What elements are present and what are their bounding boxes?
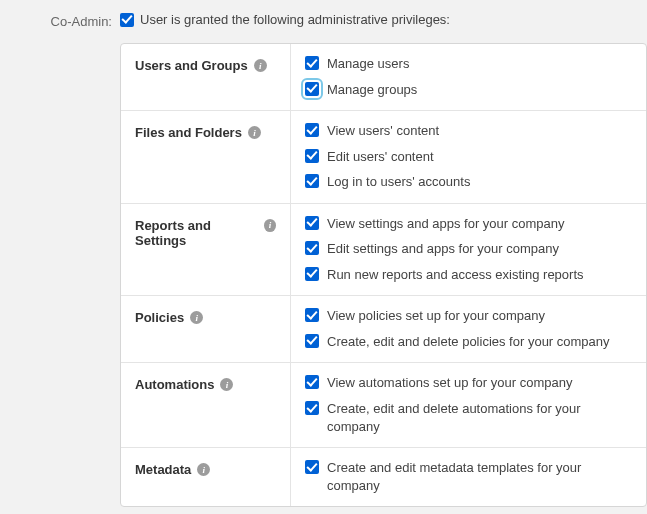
section-reports-settings: Reports and SettingsiView settings and a… — [121, 204, 646, 297]
label-view-content: View users' content — [327, 122, 439, 140]
section-users-groups: Users and GroupsiManage usersManage grou… — [121, 44, 646, 111]
info-icon[interactable]: i — [190, 311, 203, 324]
option-run-reports: Run new reports and access existing repo… — [305, 267, 632, 284]
label-edit-content: Edit users' content — [327, 148, 434, 166]
checkbox-manage-users[interactable] — [305, 56, 319, 70]
section-title-metadata: Metadatai — [121, 448, 291, 506]
section-title-text: Policies — [135, 310, 184, 325]
checkbox-manage-groups[interactable] — [305, 82, 319, 96]
option-view-content: View users' content — [305, 123, 632, 140]
info-icon[interactable]: i — [197, 463, 210, 476]
label-manage-groups: Manage groups — [327, 81, 417, 99]
section-policies: PoliciesiView policies set up for your c… — [121, 296, 646, 363]
option-view-policies: View policies set up for your company — [305, 308, 632, 325]
option-view-settings: View settings and apps for your company — [305, 216, 632, 233]
section-title-text: Metadata — [135, 462, 191, 477]
section-title-users-groups: Users and Groupsi — [121, 44, 291, 110]
master-label: User is granted the following administra… — [140, 12, 450, 27]
section-options-reports-settings: View settings and apps for your companyE… — [291, 204, 646, 296]
co-admin-row: Co-Admin: User is granted the following … — [20, 12, 627, 29]
section-title-text: Reports and Settings — [135, 218, 258, 248]
checkbox-edit-policies[interactable] — [305, 334, 319, 348]
label-manage-users: Manage users — [327, 55, 409, 73]
option-login-accounts: Log in to users' accounts — [305, 174, 632, 191]
checkbox-view-automations[interactable] — [305, 375, 319, 389]
section-options-policies: View policies set up for your companyCre… — [291, 296, 646, 362]
label-login-accounts: Log in to users' accounts — [327, 173, 470, 191]
label-edit-policies: Create, edit and delete policies for you… — [327, 333, 610, 351]
option-edit-content: Edit users' content — [305, 149, 632, 166]
info-icon[interactable]: i — [220, 378, 233, 391]
info-icon[interactable]: i — [264, 219, 276, 232]
checkbox-view-content[interactable] — [305, 123, 319, 137]
section-title-reports-settings: Reports and Settingsi — [121, 204, 291, 296]
checkbox-run-reports[interactable] — [305, 267, 319, 281]
co-admin-checkbox[interactable] — [120, 13, 134, 27]
option-manage-groups: Manage groups — [305, 82, 632, 99]
checkbox-edit-metadata[interactable] — [305, 460, 319, 474]
section-options-users-groups: Manage usersManage groups — [291, 44, 646, 110]
info-icon[interactable]: i — [248, 126, 261, 139]
label-view-settings: View settings and apps for your company — [327, 215, 565, 233]
section-title-text: Users and Groups — [135, 58, 248, 73]
checkbox-edit-automations[interactable] — [305, 401, 319, 415]
checkbox-login-accounts[interactable] — [305, 174, 319, 188]
section-title-automations: Automationsi — [121, 363, 291, 447]
section-title-text: Automations — [135, 377, 214, 392]
label-edit-metadata: Create and edit metadata templates for y… — [327, 459, 632, 494]
checkbox-view-policies[interactable] — [305, 308, 319, 322]
master-checkbox-wrap: User is granted the following administra… — [120, 12, 450, 27]
label-run-reports: Run new reports and access existing repo… — [327, 266, 584, 284]
checkbox-view-settings[interactable] — [305, 216, 319, 230]
section-title-files-folders: Files and Foldersi — [121, 111, 291, 203]
label-edit-settings: Edit settings and apps for your company — [327, 240, 559, 258]
option-view-automations: View automations set up for your company — [305, 375, 632, 392]
checkbox-edit-content[interactable] — [305, 149, 319, 163]
field-label: Co-Admin: — [20, 12, 120, 29]
option-manage-users: Manage users — [305, 56, 632, 73]
option-edit-settings: Edit settings and apps for your company — [305, 241, 632, 258]
checkbox-edit-settings[interactable] — [305, 241, 319, 255]
permissions-table: Users and GroupsiManage usersManage grou… — [120, 43, 647, 507]
section-metadata: MetadataiCreate and edit metadata templa… — [121, 448, 646, 506]
info-icon[interactable]: i — [254, 59, 267, 72]
option-edit-automations: Create, edit and delete automations for … — [305, 401, 632, 435]
section-options-files-folders: View users' contentEdit users' contentLo… — [291, 111, 646, 203]
label-view-policies: View policies set up for your company — [327, 307, 545, 325]
section-files-folders: Files and FoldersiView users' contentEdi… — [121, 111, 646, 204]
option-edit-metadata: Create and edit metadata templates for y… — [305, 460, 632, 494]
option-edit-policies: Create, edit and delete policies for you… — [305, 334, 632, 351]
section-options-automations: View automations set up for your company… — [291, 363, 646, 447]
section-title-policies: Policiesi — [121, 296, 291, 362]
section-title-text: Files and Folders — [135, 125, 242, 140]
label-view-automations: View automations set up for your company — [327, 374, 572, 392]
label-edit-automations: Create, edit and delete automations for … — [327, 400, 632, 435]
section-automations: AutomationsiView automations set up for … — [121, 363, 646, 448]
section-options-metadata: Create and edit metadata templates for y… — [291, 448, 646, 506]
